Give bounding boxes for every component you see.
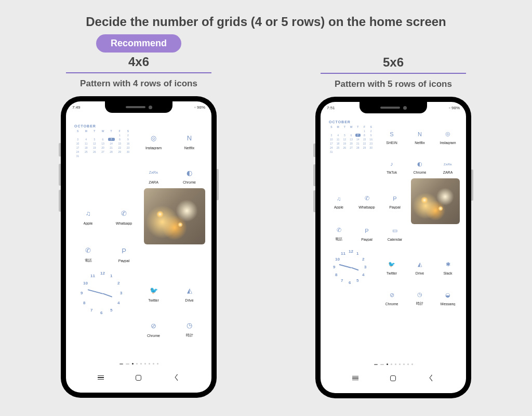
calendar-month: OCTOBER — [74, 124, 131, 128]
whatsapp-icon: ✆ — [118, 208, 130, 219]
volume-down — [313, 190, 315, 212]
app-tiktok[interactable]: ♪TikTok — [380, 159, 404, 174]
twitter-icon: 🐦 — [148, 285, 159, 296]
twitter-icon: 🐦 — [387, 260, 396, 269]
page-indicator[interactable] — [72, 360, 205, 368]
music-icon: ♫ — [83, 208, 94, 219]
instagram-icon: ◎ — [148, 133, 159, 144]
clock-icon: ◷ — [184, 319, 195, 331]
app-zara[interactable]: ZᴀRᴀZARA — [138, 167, 169, 184]
app-twitter[interactable]: 🐦Twitter — [380, 246, 404, 289]
nav-back[interactable]: く — [173, 373, 180, 382]
app-shein[interactable]: SSHEIN — [380, 115, 404, 158]
nav-home[interactable] — [136, 375, 141, 381]
slack-icon: ✱ — [443, 260, 453, 269]
nav-bar: く — [66, 368, 211, 391]
app-clock[interactable]: ◷時計 — [174, 319, 205, 338]
photo-widget[interactable] — [411, 178, 460, 224]
app-instagram[interactable]: ◎Instagram — [138, 115, 169, 167]
app-clock[interactable]: ◷時計 — [408, 290, 432, 306]
netflix-icon: N — [184, 133, 195, 144]
app-instagram[interactable]: ◎Instagram — [436, 115, 460, 158]
screen: 7:49 ◦ 98% OCTOBER SMTWTFS12345678910111… — [66, 101, 211, 393]
notch — [360, 102, 427, 113]
screen: 7:51 ◦ 98% OCTOBER SMTWTFS12345678910111… — [321, 102, 466, 393]
page-title: Decide the number of grids (4 or 5 rows)… — [0, 0, 532, 34]
compass-icon: ⊘ — [387, 291, 396, 300]
app-drive[interactable]: ◭Drive — [408, 246, 432, 289]
power-button — [217, 169, 219, 200]
calendar-grid: SMTWTFS123456789101112131415161718192021… — [329, 125, 374, 153]
app-whatsapp[interactable]: ✆Whatsapp — [355, 178, 379, 224]
drive-icon: ◭ — [184, 285, 195, 296]
paypal-icon: P — [390, 194, 400, 203]
drive-icon: ◭ — [415, 260, 424, 269]
volume-up — [59, 164, 61, 186]
comparison-columns: Recommend 4x6 Pattern with 4 rows of ico… — [0, 34, 532, 398]
recommend-badge: Recommend — [96, 34, 181, 53]
app-phone[interactable]: ✆電話 — [72, 244, 104, 263]
app-calendar[interactable]: ▭Calendar — [383, 225, 407, 242]
app-paypal[interactable]: PPaypal — [108, 244, 140, 263]
pattern-desc-4x6: Pattern with 4 rows of icons — [80, 79, 197, 89]
calendar-widget[interactable]: OCTOBER SMTWTFS1234567891011121314151617… — [327, 115, 376, 158]
messenger-icon: ◒ — [443, 291, 453, 300]
nav-recents[interactable] — [352, 376, 358, 381]
app-zara[interactable]: ZᴀRᴀZARA — [436, 159, 460, 174]
status-time: 7:51 — [327, 106, 335, 110]
grid-label-5x6: 5x6 — [383, 55, 404, 70]
clock-widget[interactable]: 121234567891011 — [72, 267, 134, 319]
phone-icon: ✆ — [83, 244, 94, 256]
photo-widget[interactable] — [144, 188, 205, 244]
pattern-desc-5x6: Pattern with 5 rows of icons — [335, 79, 452, 89]
app-paypal2[interactable]: PPaypal — [355, 225, 379, 242]
clock-widget[interactable]: 121234567891011 — [327, 246, 376, 289]
status-battery: ◦ 98% — [449, 106, 460, 110]
nav-back[interactable]: く — [428, 373, 435, 383]
volume-up — [313, 164, 315, 186]
app-phone[interactable]: ✆電話 — [327, 225, 351, 242]
paypal-icon: P — [118, 245, 130, 257]
shein-icon: S — [387, 129, 396, 139]
app-apple-music[interactable]: ♫Apple — [72, 188, 104, 244]
zara-icon: ZᴀRᴀ — [148, 167, 159, 178]
app-whatsapp[interactable]: ✆Whatsapp — [108, 188, 140, 244]
page-indicator[interactable] — [327, 360, 460, 368]
app-messenger[interactable]: ◒Messang — [436, 290, 460, 306]
app-drive[interactable]: ◭Drive — [174, 267, 205, 319]
calendar-widget[interactable]: OCTOBER SMTWTFS1234567891011121314151617… — [72, 115, 134, 167]
phone-mockup-4x6: 7:49 ◦ 98% OCTOBER SMTWTFS12345678910111… — [61, 96, 217, 398]
app-chrome2[interactable]: ⊘Chrome — [380, 290, 404, 306]
nav-recents[interactable] — [98, 375, 104, 380]
phone-icon: ✆ — [334, 225, 343, 235]
underline — [66, 72, 211, 73]
calendar-month: OCTOBER — [329, 120, 374, 124]
app-twitter[interactable]: 🐦Twitter — [138, 267, 169, 319]
status-time: 7:49 — [72, 105, 81, 110]
app-chrome[interactable]: ◐Chrome — [408, 159, 432, 174]
app-netflix[interactable]: NNetflix — [408, 115, 432, 158]
calendar-grid: SMTWTFS123456789101112131415161718192021… — [74, 129, 131, 158]
app-slack[interactable]: ✱Slack — [436, 246, 460, 289]
paypal-icon: P — [362, 226, 371, 236]
app-apple-music[interactable]: ♫Apple — [327, 178, 351, 224]
compass-icon: ⊘ — [148, 320, 159, 332]
netflix-icon: N — [415, 129, 424, 139]
grid-label-4x6: 4x6 — [128, 55, 149, 69]
app-chrome2[interactable]: ⊘Chrome — [138, 319, 169, 338]
app-paypal[interactable]: PPaypal — [383, 178, 407, 224]
music-icon: ♫ — [334, 194, 343, 203]
volume-down — [59, 190, 61, 212]
tiktok-icon: ♪ — [387, 159, 396, 168]
phone-mockup-5x6: 7:51 ◦ 98% OCTOBER SMTWTFS12345678910111… — [315, 97, 471, 398]
whatsapp-icon: ✆ — [362, 194, 371, 203]
calendar-icon: ▭ — [390, 226, 400, 236]
nav-home[interactable] — [390, 375, 396, 381]
app-chrome[interactable]: ◐Chrome — [174, 167, 205, 184]
side-button — [59, 143, 61, 157]
side-button — [313, 144, 315, 157]
home-content: OCTOBER SMTWTFS1234567891011121314151617… — [321, 113, 466, 368]
nav-bar: く — [321, 368, 466, 391]
clock-icon: ◷ — [415, 290, 424, 299]
app-netflix[interactable]: NNetflix — [174, 115, 205, 167]
